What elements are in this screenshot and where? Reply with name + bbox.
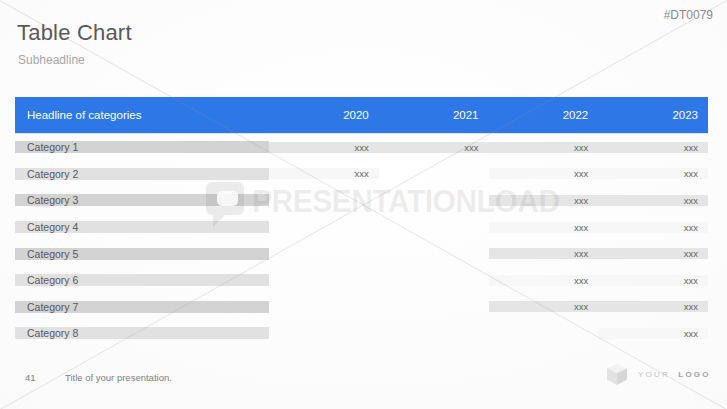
value-cell: xxx <box>269 142 379 153</box>
table-header-year-2020: 2020 <box>269 109 379 121</box>
table-row: Category 6 xxx xxx <box>15 267 708 294</box>
value-cell: xxx <box>598 142 708 153</box>
table-row: Category 2 xxx xxx xxx <box>15 161 708 188</box>
value-cell: xxx <box>489 248 599 259</box>
table-header-categories: Headline of categories <box>15 109 269 121</box>
page-number: 41 <box>25 372 36 383</box>
your-logo-word2: LOGO <box>678 370 710 379</box>
category-cell: Category 5 <box>15 248 269 260</box>
table-header-year-2021: 2021 <box>379 109 489 121</box>
page-title: Table Chart <box>17 20 132 46</box>
value-cell: xxx <box>598 248 708 259</box>
table-row: Category 7 xxx xxx <box>15 294 708 321</box>
value-cell: xxx <box>489 301 599 312</box>
your-logo-text: YOUR LOGO <box>638 370 711 379</box>
category-cell: Category 8 <box>15 327 269 339</box>
category-cell: Category 2 <box>15 168 269 180</box>
table-body: Category 1 xxx xxx xxx xxx Category 2 xx… <box>15 134 708 347</box>
template-code: #DT0079 <box>664 8 713 22</box>
logo-placeholder: YOUR LOGO <box>606 364 711 385</box>
value-cell: xxx <box>489 142 599 153</box>
value-cell: xxx <box>598 301 708 312</box>
footer-presentation-title: Title of your presentation. <box>65 372 172 383</box>
table-row: Category 4 xxx xxx <box>15 214 708 241</box>
table-header-row: Headline of categories 2020 2021 2022 20… <box>15 97 708 134</box>
table-chart: Headline of categories 2020 2021 2022 20… <box>15 97 708 347</box>
table-row: Category 8 xxx <box>15 320 708 347</box>
category-cell: Category 4 <box>15 221 269 233</box>
category-cell: Category 7 <box>15 301 269 313</box>
table-header-year-2022: 2022 <box>489 109 599 121</box>
value-cell: xxx <box>598 168 708 179</box>
value-cell: xxx <box>598 222 708 233</box>
value-cell: xxx <box>598 195 708 206</box>
value-cell: xxx <box>269 168 379 179</box>
your-logo-word1: YOUR <box>638 370 670 379</box>
value-cell: xxx <box>598 275 708 286</box>
slide: #DT0079 Table Chart Subheadline Headline… <box>0 0 727 409</box>
cube-logo-icon <box>606 364 628 385</box>
value-cell: xxx <box>489 275 599 286</box>
value-cell: xxx <box>489 195 599 206</box>
value-cell: xxx <box>489 222 599 233</box>
category-cell: Category 3 <box>15 194 269 206</box>
value-cell: xxx <box>489 168 599 179</box>
category-cell: Category 6 <box>15 274 269 286</box>
table-row: Category 1 xxx xxx xxx xxx <box>15 134 708 161</box>
table-row: Category 5 xxx xxx <box>15 240 708 267</box>
table-row: Category 3 xxx xxx <box>15 187 708 214</box>
value-cell: xxx <box>379 142 489 153</box>
category-cell: Category 1 <box>15 141 269 153</box>
page-subtitle: Subheadline <box>18 53 85 67</box>
table-header-year-2023: 2023 <box>598 109 708 121</box>
value-cell: xxx <box>598 328 708 339</box>
